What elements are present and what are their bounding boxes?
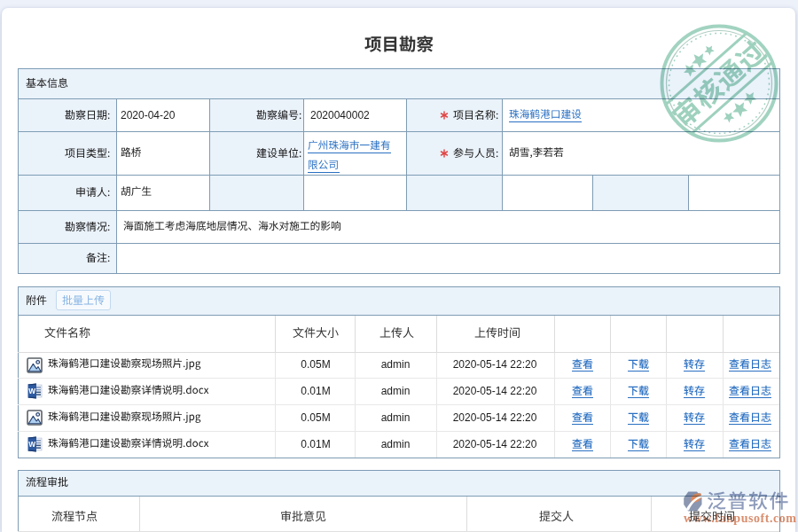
svg-text:W: W bbox=[28, 387, 35, 395]
svg-text:W: W bbox=[28, 440, 35, 449]
